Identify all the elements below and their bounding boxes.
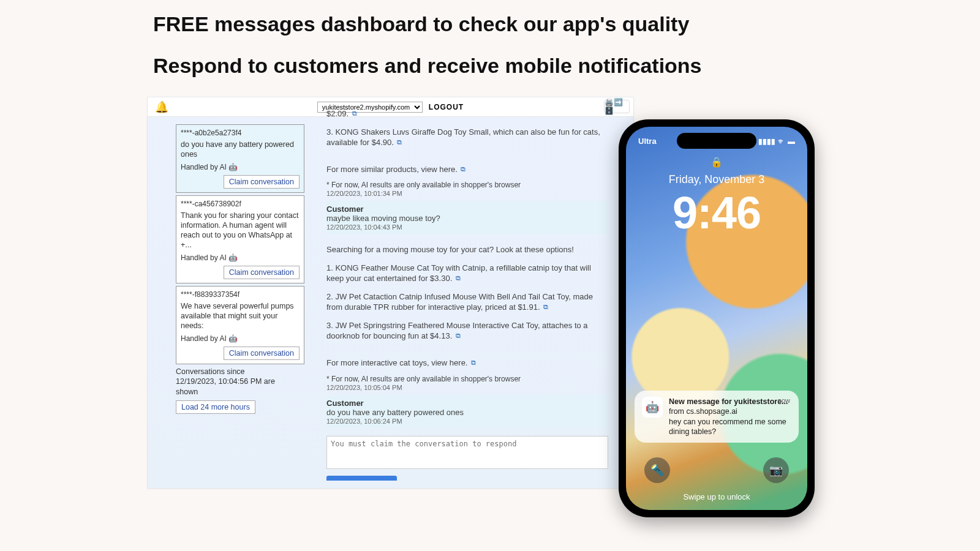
external-link-icon[interactable]: ⧉ — [543, 302, 548, 312]
ai-disclaimer: * For now, AI results are only available… — [326, 375, 608, 383]
bell-icon[interactable]: 🔔 — [155, 100, 168, 114]
notification-from: from cs.shopsage.ai — [669, 407, 791, 416]
customer-label: Customer — [326, 204, 608, 214]
customer-text: do you have any battery powered ones — [326, 408, 608, 417]
conversation-snippet: We have several powerful pumps available… — [181, 301, 300, 331]
ai-message: For more interactive cat toys, view here… — [326, 356, 608, 370]
ai-message: 3. JW Pet Springstring Feathered Mouse I… — [326, 319, 608, 343]
conversation-item[interactable]: ****-ca456738902f Thank you for sharing … — [176, 195, 304, 283]
claim-button[interactable]: Claim conversation — [224, 266, 300, 279]
customer-label: Customer — [326, 399, 608, 408]
battery-icon: ▬ — [788, 137, 795, 146]
notification-when: now — [778, 397, 790, 404]
dashboard-panel: 🔔 yukiteststore2.myshopify.com LOGOUT 🖨️… — [147, 97, 634, 489]
send-button[interactable]: Send response — [326, 476, 397, 481]
ai-message: Searching for a moving mouse toy for you… — [326, 243, 608, 257]
load-more-button[interactable]: Load 24 more hours — [176, 400, 255, 414]
phone-screen: Ultra ▮▮▮▮ ᯤ ▬ 🔒 Friday, November 3 9:46… — [626, 127, 807, 510]
external-link-icon[interactable]: ⧉ — [461, 165, 466, 174]
timestamp: 12/20/2023, 10:06:24 PM — [326, 418, 608, 425]
lockscreen-shortcuts: 🔦 📷 — [626, 457, 807, 483]
conversation-list: ****-a0b2e5a273f4 do you have any batter… — [176, 124, 304, 414]
conversation-id: ****-a0b2e5a273f4 — [181, 129, 300, 137]
phone-status-bar: Ultra ▮▮▮▮ ᯤ ▬ — [626, 137, 807, 146]
headline-1: FREE messages dashboard to check our app… — [153, 12, 689, 36]
conversation-snippet: do you have any battery powered ones — [181, 140, 300, 159]
notification-card[interactable]: 🤖 New message for yukiteststore... from … — [635, 391, 799, 443]
conversation-id: ****-f8839337354f — [181, 290, 300, 299]
notification-app-icon: 🤖 — [642, 397, 663, 418]
signal-icon: ▮▮▮▮ — [758, 137, 775, 146]
ai-message: 2. JW Pet Cataction Catnip Infused Mouse… — [326, 290, 608, 314]
ai-disclaimer: * For now, AI results are only available… — [326, 181, 608, 189]
wifi-icon: ᯤ — [778, 137, 785, 146]
timestamp: 12/20/2023, 10:05:04 PM — [326, 384, 608, 391]
claim-button[interactable]: Claim conversation — [224, 347, 300, 360]
conversation-id: ****-ca456738902f — [181, 200, 300, 208]
flashlight-button[interactable]: 🔦 — [644, 457, 670, 483]
conversation-snippet: Thank you for sharing your contact infor… — [181, 211, 300, 250]
lock-icon: 🔒 — [710, 156, 723, 168]
handled-label: Handled by AI 🤖 — [181, 253, 300, 262]
ai-message: For more similar products, view here. ⧉ — [326, 163, 608, 176]
external-link-icon[interactable]: ⧉ — [456, 331, 461, 340]
message-thread: $2.09. ⧉ 3. KONG Shakers Luvs Giraffe Do… — [326, 107, 608, 481]
status-icons: ▮▮▮▮ ᯤ ▬ — [758, 137, 795, 146]
customer-message: Customer maybe likea moving mouse toy? 1… — [326, 201, 608, 234]
ai-message: 3. KONG Shakers Luvs Giraffe Dog Toy Sma… — [326, 126, 608, 149]
notification-title: New message for yukiteststore... — [669, 397, 791, 407]
handled-label: Handled by AI 🤖 — [181, 163, 300, 171]
claim-button[interactable]: Claim conversation — [224, 175, 300, 189]
response-input[interactable] — [326, 436, 608, 469]
external-link-icon[interactable]: ⧉ — [456, 274, 461, 283]
timestamp: 12/20/2023, 10:01:34 PM — [326, 190, 608, 197]
handled-label: Handled by AI 🤖 — [181, 334, 300, 343]
customer-text: maybe likea moving mouse toy? — [326, 214, 608, 223]
timestamp: 12/20/2023, 10:04:43 PM — [326, 223, 608, 231]
phone-mockup: Ultra ▮▮▮▮ ᯤ ▬ 🔒 Friday, November 3 9:46… — [619, 119, 815, 517]
headline-2: Respond to customers and receive mobile … — [153, 54, 702, 78]
camera-button[interactable]: 📷 — [763, 457, 789, 483]
conversation-item[interactable]: ****-a0b2e5a273f4 do you have any batter… — [176, 124, 304, 193]
notification-body: hey can you recommend me some dining tab… — [669, 417, 791, 437]
customer-message: Customer do you have any battery powered… — [326, 395, 608, 429]
external-link-icon[interactable]: ⧉ — [397, 138, 402, 147]
phone-date: Friday, November 3 — [626, 173, 807, 186]
conversation-item[interactable]: ****-f8839337354f We have several powerf… — [176, 286, 304, 364]
ai-message: 1. KONG Feather Mouse Cat Toy with Catni… — [326, 261, 608, 285]
ai-message: $2.09. ⧉ — [326, 107, 608, 121]
phone-time: 9:46 — [626, 187, 807, 239]
carrier-label: Ultra — [638, 137, 657, 146]
swipe-up-label: Swipe up to unlock — [626, 492, 807, 501]
since-text: Conversations since 12/19/2023, 10:04:56… — [176, 367, 286, 397]
external-link-icon[interactable]: ⧉ — [471, 358, 476, 367]
external-link-icon[interactable]: ⧉ — [352, 109, 357, 118]
